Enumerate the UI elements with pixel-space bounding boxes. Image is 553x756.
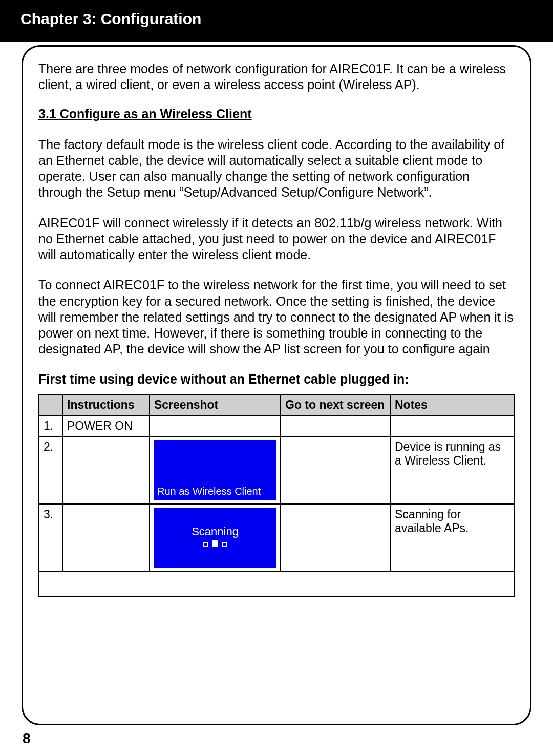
page: Chapter 3: Configuration There are three… — [0, 0, 553, 756]
table-row: 2. Run as Wireless Client Device is runn… — [39, 436, 514, 504]
page-number: 8 — [23, 730, 31, 747]
chapter-title: Chapter 3: Configuration — [20, 10, 533, 28]
cell-instructions — [62, 504, 150, 572]
lcd-screen: Run as Wireless Client — [154, 440, 276, 500]
content-frame: There are three modes of network configu… — [22, 45, 531, 725]
indicator-empty-icon — [203, 542, 208, 547]
cell-next — [281, 436, 390, 504]
cell-num: 3. — [39, 504, 62, 572]
indicator-empty-icon — [222, 542, 227, 547]
col-header-instructions: Instructions — [62, 394, 150, 415]
cell-screenshot: Run as Wireless Client — [150, 436, 281, 504]
paragraph-1: The factory default mode is the wireless… — [38, 137, 515, 201]
col-header-notes: Notes — [390, 394, 514, 415]
cell-screenshot — [150, 415, 281, 436]
lcd-text: Run as Wireless Client — [157, 486, 261, 497]
cell-notes: Device is running as a Wireless Client. — [390, 436, 514, 504]
cell-num: 1. — [39, 415, 62, 436]
lcd-text: Scanning — [154, 525, 276, 538]
table-row: 1. POWER ON — [39, 415, 514, 436]
col-header-screenshot: Screenshot — [150, 394, 281, 415]
cell-instructions — [62, 436, 150, 504]
table-header-row: Instructions Screenshot Go to next scree… — [39, 394, 514, 415]
cell-next — [281, 415, 390, 436]
table-caption: First time using device without an Ether… — [38, 372, 515, 387]
paragraph-3: To connect AIREC01F to the wireless netw… — [38, 277, 515, 357]
indicator-filled-icon — [212, 540, 218, 547]
lcd-screen: Scanning — [154, 508, 276, 568]
spacer-cell — [39, 572, 514, 596]
col-header-next: Go to next screen — [281, 394, 390, 415]
cell-screenshot: Scanning — [150, 504, 281, 572]
cell-instructions: POWER ON — [62, 415, 150, 436]
paragraph-2: AIREC01F will connect wirelessly if it d… — [38, 215, 515, 263]
section-heading: 3.1 Configure as an Wireless Client — [38, 107, 515, 121]
col-header-num — [39, 394, 62, 415]
lcd-indicators — [154, 540, 276, 549]
chapter-header: Chapter 3: Configuration — [0, 0, 553, 42]
cell-next — [281, 504, 390, 572]
table-row-spacer — [39, 572, 514, 596]
table-row: 3. Scanning Scanning for available APs. — [39, 504, 514, 572]
cell-notes: Scanning for available APs. — [390, 504, 514, 572]
steps-table: Instructions Screenshot Go to next scree… — [38, 394, 515, 597]
intro-paragraph: There are three modes of network configu… — [38, 61, 515, 93]
cell-notes — [390, 415, 514, 436]
cell-num: 2. — [39, 436, 62, 504]
